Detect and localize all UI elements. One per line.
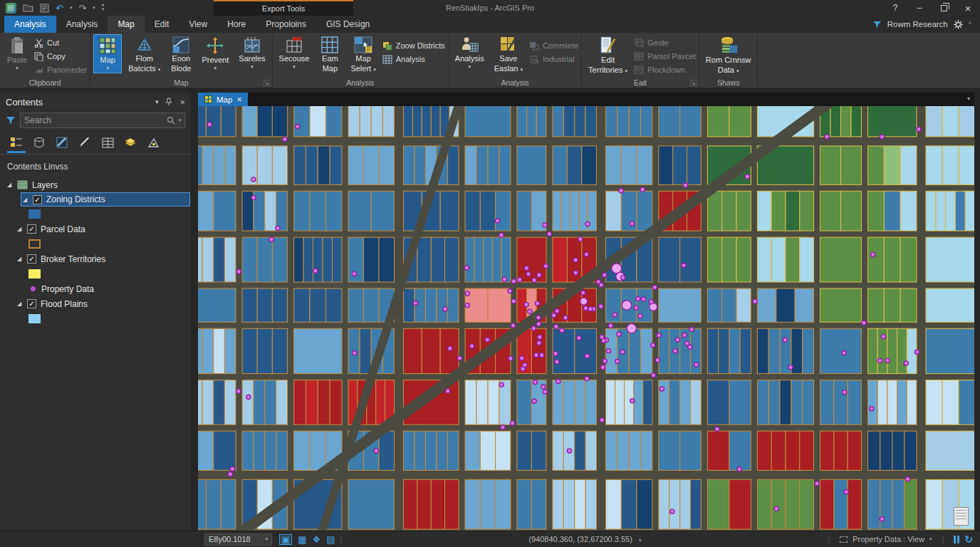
analysis-small-button[interactable]: Analysis bbox=[382, 53, 445, 65]
tab-edit[interactable]: Edit bbox=[145, 16, 179, 33]
zoning-map[interactable] bbox=[198, 106, 974, 531]
map-selert-button[interactable]: Map Selert ▾ bbox=[347, 34, 379, 75]
layer-checkbox[interactable]: ✓ bbox=[27, 224, 36, 234]
cut-button[interactable]: Cut bbox=[34, 37, 87, 48]
plockdown-button[interactable]: Plockdown bbox=[634, 64, 696, 75]
broker-swatch[interactable] bbox=[28, 269, 41, 278]
tab-map[interactable]: Map bbox=[108, 16, 144, 33]
edit-territories-button[interactable]: Edit Territories ▾ bbox=[585, 34, 631, 76]
expander-icon[interactable]: ◢ bbox=[16, 256, 23, 262]
commiete-button[interactable]: Commiete bbox=[529, 40, 578, 51]
view-caret-icon[interactable]: ▾ bbox=[929, 536, 932, 542]
expander-icon[interactable]: ◢ bbox=[16, 226, 23, 232]
map-frame-view-icon[interactable]: ▣ bbox=[279, 534, 292, 545]
redo-icon[interactable]: ↷ bbox=[78, 4, 86, 13]
search-input[interactable]: Search ▾ bbox=[20, 113, 185, 128]
prevent-button[interactable]: Prevent ▾ bbox=[198, 34, 232, 73]
map-overview-widget[interactable] bbox=[954, 507, 969, 526]
layer-row-zoning-districts[interactable]: ◢ ✓ Zoning Districts bbox=[21, 192, 190, 207]
zoning-swatch[interactable] bbox=[28, 209, 41, 219]
expander-icon[interactable]: ◢ bbox=[6, 182, 13, 188]
flom-batcicts-button[interactable]: Flom Batcicts ▾ bbox=[125, 34, 164, 75]
pin-icon[interactable] bbox=[165, 98, 172, 106]
map-group-launcher[interactable]: ↘ bbox=[264, 80, 270, 86]
table-grid-icon[interactable] bbox=[100, 135, 115, 150]
customize-qat-icon[interactable]: ▾ bbox=[102, 4, 105, 12]
scale-dropdown[interactable]: E8y00.1018 ▾ bbox=[204, 533, 272, 546]
list-by-drawing-order-icon[interactable] bbox=[9, 135, 24, 150]
panoineder-button[interactable]: Panoineder bbox=[34, 64, 87, 75]
layer-checkbox[interactable]: ✓ bbox=[27, 299, 36, 308]
search-filter-icon[interactable] bbox=[6, 116, 16, 125]
map-tab-close-icon[interactable]: × bbox=[236, 95, 241, 105]
pause-drawing-icon[interactable] bbox=[954, 536, 959, 543]
selection-rect-icon[interactable] bbox=[840, 536, 848, 543]
parcel-swatch[interactable] bbox=[28, 239, 41, 249]
layer-row-property-data[interactable]: Property Data bbox=[0, 281, 191, 296]
flood-swatch[interactable] bbox=[28, 314, 41, 323]
label-filter-icon[interactable] bbox=[145, 135, 161, 150]
search-icon[interactable] bbox=[167, 116, 175, 125]
eam-map-button[interactable]: Eam Map bbox=[316, 34, 344, 75]
layer-checkbox[interactable]: ✓ bbox=[27, 254, 36, 264]
paste-button[interactable]: Paste ▾ bbox=[3, 34, 31, 73]
save-project-icon[interactable] bbox=[40, 4, 49, 13]
edit-brush-icon[interactable] bbox=[77, 135, 93, 150]
search-caret-icon[interactable]: ▾ bbox=[178, 118, 181, 123]
map-button[interactable]: Map ▾ bbox=[93, 34, 122, 73]
tab-analysis[interactable]: Analysis bbox=[56, 16, 108, 33]
app-logo-icon[interactable] bbox=[6, 3, 16, 14]
layer-row-parcel-data[interactable]: ◢ ✓ Parcel Data bbox=[0, 222, 191, 236]
rom-crnnsw-data-button[interactable]: Rom Crnnsw Data ▾ bbox=[702, 34, 755, 76]
layer-package-icon[interactable] bbox=[123, 135, 138, 150]
geote-button[interactable]: Geote bbox=[634, 37, 696, 48]
gear-icon[interactable] bbox=[954, 20, 963, 29]
zoow-districts-button[interactable]: Zoow Districts bbox=[382, 40, 445, 51]
contextual-tab-export-tools[interactable]: Export Tools bbox=[214, 0, 353, 16]
save-easlan-button[interactable]: Save Easlan ▾ bbox=[491, 34, 526, 75]
layer-row-flood-plains[interactable]: ◢ ✓ Flood Plains bbox=[0, 296, 191, 311]
industrial-button[interactable]: Industrial bbox=[529, 53, 578, 65]
geoprocessing-icon[interactable]: ❖ bbox=[313, 535, 321, 544]
snapshot-icon[interactable] bbox=[54, 135, 70, 150]
account-name[interactable]: Rowm Research bbox=[887, 20, 948, 28]
redo-caret-icon[interactable]: ▾ bbox=[93, 5, 95, 11]
sareles-button[interactable]: Sareles ▾ bbox=[235, 34, 269, 72]
active-view-label[interactable]: Property Data : View bbox=[853, 535, 924, 543]
copy-button[interactable]: Copy bbox=[34, 51, 87, 62]
help-button[interactable]: ? bbox=[883, 0, 907, 16]
expander-icon[interactable]: ◢ bbox=[21, 197, 28, 203]
panel-close-icon[interactable]: × bbox=[179, 97, 185, 108]
layer-checkbox[interactable]: ✓ bbox=[33, 195, 42, 204]
tab-view[interactable]: View bbox=[179, 16, 217, 33]
restore-button[interactable] bbox=[932, 0, 956, 16]
tree-root-layers[interactable]: ◢ Layers bbox=[0, 177, 191, 192]
eoon-blode-button[interactable]: Eoon Blode bbox=[167, 34, 195, 75]
tab-propoloins[interactable]: Propoloins bbox=[256, 16, 316, 33]
undo-caret-icon[interactable]: ▾ bbox=[70, 5, 73, 11]
layer-row-broker-territories[interactable]: ◢ ✓ Broker Territories bbox=[0, 251, 191, 266]
parsol-pavcet-button[interactable]: Parsol Pavcet bbox=[634, 51, 696, 62]
collapse-ribbon-icon[interactable]: ^ bbox=[969, 21, 971, 28]
layout-view-icon[interactable]: ▦ bbox=[298, 535, 306, 544]
expander-icon[interactable]: ◢ bbox=[16, 301, 23, 307]
open-project-icon[interactable] bbox=[23, 4, 33, 12]
undo-icon[interactable]: ↶ bbox=[56, 4, 63, 13]
refresh-icon[interactable]: ↻ bbox=[964, 533, 973, 545]
tab-gis-design[interactable]: GIS Design bbox=[316, 16, 380, 33]
coordinate-readout[interactable]: (940840.360, (32,67200.3.55) ▾ bbox=[347, 535, 823, 543]
analysis-big-button[interactable]: Analysis ▾ bbox=[452, 34, 488, 72]
minimize-button[interactable]: – bbox=[907, 0, 932, 16]
map-canvas-area[interactable] bbox=[198, 106, 974, 531]
panel-menu-caret-icon[interactable]: ▾ bbox=[155, 98, 159, 105]
tasks-icon[interactable]: ▤ bbox=[326, 535, 335, 544]
data-source-icon[interactable] bbox=[31, 135, 47, 150]
tab-list-caret-icon[interactable]: ▾ bbox=[967, 95, 970, 102]
map-view-tab[interactable]: Map × bbox=[198, 93, 248, 106]
eait-group-launcher[interactable]: ↘ bbox=[690, 80, 697, 86]
tab-analysis-accent[interactable]: Analysis bbox=[4, 16, 56, 33]
filter-icon[interactable] bbox=[872, 21, 882, 28]
secouse-button[interactable]: Secouse ▾ bbox=[276, 34, 313, 72]
tab-hore[interactable]: Hore bbox=[217, 16, 256, 33]
close-button[interactable]: × bbox=[956, 0, 980, 16]
